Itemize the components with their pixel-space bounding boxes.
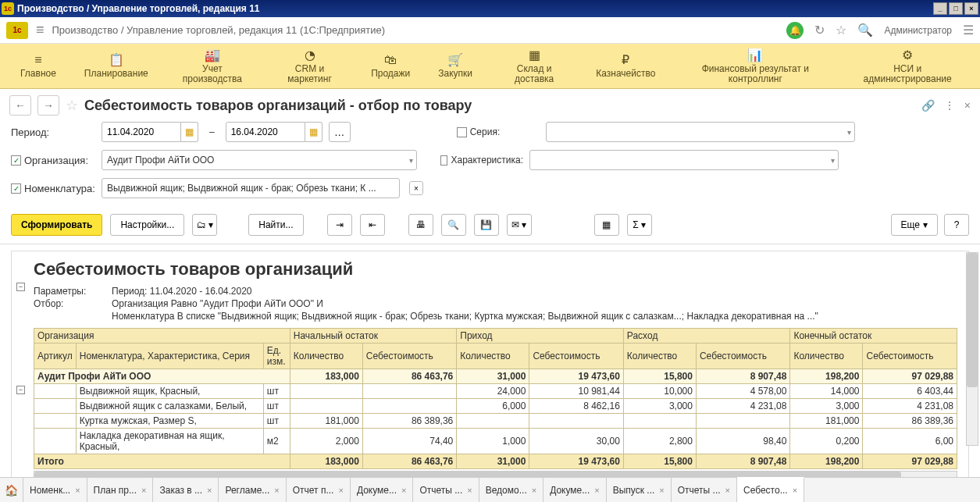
th-in-qty: Количество (457, 344, 529, 369)
th-end-cost: Себестоимость (863, 344, 957, 369)
th-start-qty: Количество (290, 344, 362, 369)
nav-back-button[interactable]: ← (9, 95, 31, 116)
mainmenu-item[interactable]: 🛍Продажи (357, 44, 424, 89)
sum-button[interactable]: Σ ▾ (627, 214, 652, 236)
tab-close-icon[interactable]: × (75, 486, 80, 495)
search-icon[interactable]: 🔍 (857, 23, 873, 37)
save-button[interactable]: 💾 (474, 214, 499, 236)
nom-clear-button[interactable]: × (409, 181, 423, 195)
form-button[interactable]: Сформировать (11, 214, 102, 236)
bottom-tab[interactable]: Регламе...× (219, 478, 286, 502)
print-button[interactable]: 🖶 (408, 214, 433, 236)
char-checkbox[interactable] (440, 155, 447, 166)
window-minimize-button[interactable]: _ (933, 2, 947, 15)
logo-1c[interactable]: 1c (6, 22, 28, 39)
expand-button[interactable]: ⇥ (327, 214, 352, 236)
home-tab[interactable]: 🏠 (0, 478, 23, 502)
table-org-row[interactable]: Аудит Профи АйТи ООО183,00086 463,7631,0… (34, 369, 957, 384)
tab-close-icon[interactable]: × (659, 486, 664, 495)
th-in-cost: Себестоимость (529, 344, 623, 369)
menu-hamburger-icon[interactable]: ≡ (36, 22, 45, 38)
bottom-tab[interactable]: Себесто...× (737, 477, 804, 502)
more-button[interactable]: Еще ▾ (891, 214, 938, 236)
tab-close-icon[interactable]: × (401, 486, 406, 495)
mainmenu-label: НСИ и администрирование (855, 64, 960, 84)
bottom-tab[interactable]: Отчеты ...× (672, 478, 737, 502)
table-row[interactable]: Выдвижной ящик с салазками, Белый,шт6,00… (34, 399, 957, 414)
favorite-star-icon[interactable]: ☆ (836, 23, 846, 37)
nom-select[interactable]: Выдвижной ящик; Выдвижной ящик - брак; О… (102, 178, 400, 198)
mainmenu-item[interactable]: 🛒Закупки (424, 44, 486, 89)
link-icon[interactable]: 🔗 (921, 99, 935, 112)
cell-settings-button[interactable]: ▦ (594, 214, 619, 236)
nom-value: Выдвижной ящик; Выдвижной ящик - брак; О… (107, 183, 376, 194)
more-vertical-icon[interactable]: ⋮ (944, 99, 955, 112)
window-maximize-button[interactable]: □ (949, 2, 963, 15)
tab-close-icon[interactable]: × (594, 486, 599, 495)
mainmenu-item[interactable]: ▦Склад и доставка (486, 44, 582, 89)
collapse-button[interactable]: ⇤ (360, 214, 385, 236)
vertical-scrollbar[interactable] (966, 252, 978, 446)
email-button[interactable]: ✉ ▾ (507, 214, 532, 236)
bottom-tab[interactable]: Докуме...× (351, 478, 414, 502)
collapse-org-handle[interactable]: − (16, 386, 25, 394)
help-button[interactable]: ? (944, 214, 969, 236)
tab-close-icon[interactable]: × (725, 486, 730, 495)
tab-close-icon[interactable]: × (793, 486, 797, 495)
bottom-tab[interactable]: Докуме...× (543, 478, 607, 502)
table-row[interactable]: Выдвижной ящик, Красный,шт24,00010 981,4… (34, 384, 957, 399)
series-checkbox[interactable] (457, 127, 467, 137)
th-unit: Ед. изм. (263, 344, 290, 369)
user-label[interactable]: Администратор (884, 25, 952, 36)
find-button[interactable]: Найти... (248, 214, 303, 236)
bottom-tab[interactable]: Отчет п...× (287, 478, 351, 502)
nom-checkbox[interactable]: ✓ (11, 183, 21, 194)
app-settings-icon[interactable]: ☰ (963, 23, 974, 37)
window-close-button[interactable]: × (964, 2, 978, 15)
period-label: Период: (11, 126, 95, 138)
tab-close-icon[interactable]: × (338, 486, 343, 495)
table-row[interactable]: Накладка декоративная на ящик, Красный,м… (34, 429, 957, 454)
nav-forward-button[interactable]: → (37, 95, 59, 116)
bottom-tab[interactable]: Выпуск ...× (607, 478, 672, 502)
variants-button[interactable]: 🗂 ▾ (192, 214, 217, 236)
horizontal-scrollbar[interactable] (34, 471, 957, 477)
mainmenu-item[interactable]: ⚙НСИ и администрирование (841, 44, 974, 89)
bottom-tab[interactable]: Номенк...× (23, 478, 87, 502)
org-select[interactable]: Аудит Профи АйТи ООО▾ (102, 150, 417, 170)
org-checkbox[interactable]: ✓ (11, 155, 21, 166)
char-select[interactable]: ▾ (529, 150, 839, 170)
tab-close-icon[interactable]: × (467, 486, 472, 495)
mainmenu-item[interactable]: 📋Планирование (70, 44, 162, 89)
date-from-input[interactable] (102, 122, 181, 142)
preview-button[interactable]: 🔍 (441, 214, 466, 236)
mainmenu-item[interactable]: 📊Финансовый результат и контроллинг (669, 44, 841, 89)
page-close-button[interactable]: × (964, 99, 971, 112)
mainmenu-item[interactable]: ≡Главное (6, 44, 70, 89)
mainmenu-item[interactable]: ◔CRM и маркетинг (262, 44, 357, 89)
date-to-input[interactable] (226, 122, 305, 142)
history-icon[interactable]: ↻ (814, 23, 825, 37)
page-header: ← → ☆ Себестоимость товаров организаций … (0, 89, 980, 122)
date-to-picker-button[interactable]: ▦ (305, 122, 323, 142)
mainmenu-item[interactable]: 🏭Учет производства (162, 44, 262, 89)
notifications-bell-icon[interactable]: 🔔 (786, 22, 804, 39)
date-from-picker-button[interactable]: ▦ (181, 122, 198, 142)
page-favorite-star-icon[interactable]: ☆ (66, 97, 78, 114)
bottom-tab[interactable]: План пр...× (87, 478, 154, 502)
bottom-tab[interactable]: Заказ в ...× (153, 478, 219, 502)
main-menu: ≡Главное📋Планирование🏭Учет производства◔… (0, 44, 980, 89)
settings-button[interactable]: Настройки... (110, 214, 184, 236)
tab-close-icon[interactable]: × (532, 486, 536, 495)
mainmenu-item[interactable]: ₽Казначейство (582, 44, 669, 89)
tab-close-icon[interactable]: × (274, 486, 279, 495)
tab-close-icon[interactable]: × (141, 486, 146, 495)
bottom-tab[interactable]: Отчеты ...× (413, 478, 479, 502)
table-row[interactable]: Куртка мужская, Размер S,шт181,00086 389… (34, 414, 957, 429)
page-title: Себестоимость товаров организаций - отбо… (84, 98, 472, 114)
tab-close-icon[interactable]: × (207, 486, 212, 495)
series-select[interactable]: ▾ (546, 122, 855, 142)
bottom-tab[interactable]: Ведомо...× (479, 478, 543, 502)
collapse-all-handle[interactable]: − (16, 283, 25, 291)
period-more-button[interactable]: … (329, 122, 351, 142)
